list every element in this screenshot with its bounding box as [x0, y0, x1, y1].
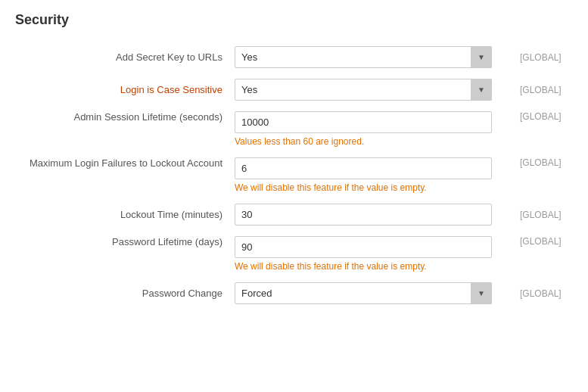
label-max_login_failures: Maximum Login Failures to Lockout Accoun…	[15, 157, 235, 169]
form-row-password_change: Password ChangeForcedRecommendedOptional…	[15, 282, 573, 304]
label-password_lifetime: Password Lifetime (days)	[15, 236, 235, 247]
input-admin_session_lifetime[interactable]	[235, 111, 492, 133]
page-title: Security	[15, 12, 573, 28]
global-badge-admin_session_lifetime: [GLOBAL]	[512, 111, 573, 122]
global-badge-password_change: [GLOBAL]	[512, 288, 573, 299]
global-badge-lockout_time: [GLOBAL]	[512, 210, 573, 220]
select-login_case_sensitive[interactable]: YesNo	[235, 79, 492, 101]
hint-max_login_failures: We will disable this feature if the valu…	[235, 182, 512, 193]
global-badge-add_secret_key: [GLOBAL]	[512, 52, 573, 63]
form-row-password_lifetime: Password Lifetime (days)We will disable …	[15, 236, 573, 272]
hint-password_lifetime: We will disable this feature if the valu…	[235, 261, 512, 272]
form-row-max_login_failures: Maximum Login Failures to Lockout Accoun…	[15, 157, 573, 193]
form-row-login_case_sensitive: Login is Case SensitiveYesNo[GLOBAL]	[15, 79, 573, 101]
select-wrapper-add_secret_key: YesNo	[235, 46, 492, 68]
label-login_case_sensitive: Login is Case Sensitive	[15, 84, 235, 95]
control-add_secret_key: YesNo	[235, 46, 512, 68]
input-lockout_time[interactable]	[235, 204, 492, 226]
form-row-lockout_time: Lockout Time (minutes)[GLOBAL]	[15, 204, 573, 226]
form-row-add_secret_key: Add Secret Key to URLsYesNo[GLOBAL]	[15, 46, 573, 68]
hint-admin_session_lifetime: Values less than 60 are ignored.	[235, 136, 512, 147]
label-lockout_time: Lockout Time (minutes)	[15, 209, 235, 220]
control-password_change: ForcedRecommendedOptional	[235, 282, 512, 304]
global-badge-login_case_sensitive: [GLOBAL]	[512, 85, 573, 95]
control-lockout_time	[235, 204, 512, 226]
label-admin_session_lifetime: Admin Session Lifetime (seconds)	[15, 111, 235, 123]
global-badge-max_login_failures: [GLOBAL]	[512, 157, 573, 168]
select-wrapper-login_case_sensitive: YesNo	[235, 79, 492, 101]
label-add_secret_key: Add Secret Key to URLs	[15, 51, 235, 63]
select-add_secret_key[interactable]: YesNo	[235, 46, 492, 68]
form-row-admin_session_lifetime: Admin Session Lifetime (seconds)Values l…	[15, 111, 573, 147]
global-badge-password_lifetime: [GLOBAL]	[512, 236, 573, 247]
select-wrapper-password_change: ForcedRecommendedOptional	[235, 282, 492, 304]
select-password_change[interactable]: ForcedRecommendedOptional	[235, 282, 492, 304]
control-admin_session_lifetime: Values less than 60 are ignored.	[235, 111, 512, 147]
input-max_login_failures[interactable]	[235, 157, 492, 179]
control-password_lifetime: We will disable this feature if the valu…	[235, 236, 512, 272]
label-password_change: Password Change	[15, 288, 235, 299]
control-login_case_sensitive: YesNo	[235, 79, 512, 101]
input-password_lifetime[interactable]	[235, 236, 492, 258]
control-max_login_failures: We will disable this feature if the valu…	[235, 157, 512, 193]
